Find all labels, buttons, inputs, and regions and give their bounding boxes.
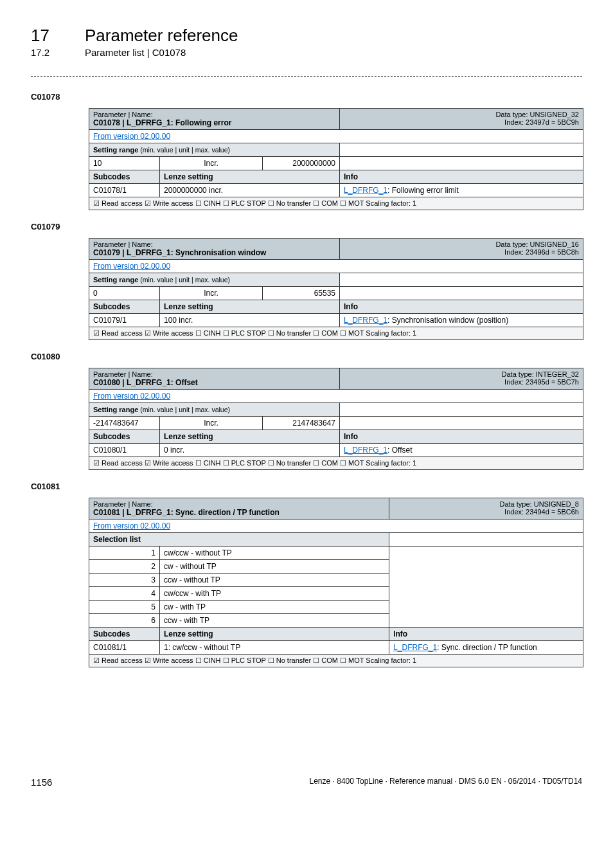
data-type: Data type: UNSIGNED_16 <box>495 240 579 248</box>
access-footer: ☑ Read access ☑ Write access ☐ CINH ☐ PL… <box>89 655 583 667</box>
param-name-value: C01081 | L_DFRFG_1: Sync. direction / TP… <box>93 508 280 517</box>
param-name-value: C01078 | L_DFRFG_1: Following error <box>93 118 231 127</box>
subcode-value: C01079/1 <box>89 314 160 327</box>
info-text: : Offset <box>387 446 412 455</box>
selection-text: cw - without TP <box>160 560 389 574</box>
index-value: Index: 23494d = 5BC6h <box>504 508 579 516</box>
param-name-value: C01080 | L_DFRFG_1: Offset <box>93 378 198 387</box>
info-text: : Sync. direction / TP function <box>437 643 537 652</box>
param-table-c01078: Parameter | Name: C01078 | L_DFRFG_1: Fo… <box>89 108 583 210</box>
data-type: Data type: UNSIGNED_32 <box>495 111 579 118</box>
info-link[interactable]: L_DFRFG_1 <box>344 446 387 455</box>
access-footer: ☑ Read access ☑ Write access ☐ CINH ☐ PL… <box>89 327 583 340</box>
info-link[interactable]: L_DFRFG_1 <box>344 316 387 325</box>
range-unit: Incr. <box>160 157 263 170</box>
index-value: Index: 23495d = 5BC7h <box>504 378 579 386</box>
range-max: 65535 <box>263 287 340 300</box>
section-title: Parameter list | C01078 <box>85 47 186 58</box>
selection-num: 2 <box>89 560 160 574</box>
page-number: 1156 <box>31 777 52 788</box>
selection-text: ccw - without TP <box>160 574 389 587</box>
subcodes-header: Subcodes <box>89 170 160 184</box>
param-table-c01081: Parameter | Name: C01081 | L_DFRFG_1: Sy… <box>89 498 583 667</box>
info-header: Info <box>340 430 583 444</box>
selection-text: cw - with TP <box>160 601 389 614</box>
param-heading: C01078 <box>31 92 582 102</box>
range-max: 2000000000 <box>263 157 340 170</box>
lenze-setting-header: Lenze setting <box>160 430 340 444</box>
selection-num: 5 <box>89 601 160 614</box>
param-heading: C01081 <box>31 482 582 491</box>
chapter-title: Parameter reference <box>85 26 238 46</box>
lenze-setting-header: Lenze setting <box>160 170 340 184</box>
from-version-link[interactable]: From version 02.00.00 <box>93 521 170 530</box>
subcode-value: C01081/1 <box>89 641 160 655</box>
index-value: Index: 23496d = 5BC8h <box>504 248 579 256</box>
range-min: 10 <box>89 157 160 170</box>
subcode-value: C01078/1 <box>89 184 160 197</box>
section-number: 17.2 <box>31 47 69 58</box>
param-heading: C01080 <box>31 352 582 361</box>
param-table-c01079: Parameter | Name: C01079 | L_DFRFG_1: Sy… <box>89 238 583 340</box>
range-max: 2147483647 <box>263 417 340 430</box>
selection-text: ccw - with TP <box>160 614 389 628</box>
separator <box>31 76 582 77</box>
info-header: Info <box>340 170 583 184</box>
setting-range-label: Setting range <box>93 406 140 413</box>
subcodes-header: Subcodes <box>89 628 160 641</box>
range-min: 0 <box>89 287 160 300</box>
document-id: Lenze · 8400 TopLine · Reference manual … <box>310 777 582 788</box>
from-version-link[interactable]: From version 02.00.00 <box>93 392 170 401</box>
chapter-number: 17 <box>31 26 69 46</box>
setting-range-label: Setting range <box>93 276 140 284</box>
lenze-setting-header: Lenze setting <box>160 300 340 314</box>
selection-num: 6 <box>89 614 160 628</box>
selection-num: 3 <box>89 574 160 587</box>
info-link[interactable]: L_DFRFG_1 <box>344 186 387 195</box>
info-text: : Synchronisation window (position) <box>387 316 508 325</box>
lenze-setting-value: 100 incr. <box>160 314 340 327</box>
param-table-c01080: Parameter | Name: C01080 | L_DFRFG_1: Of… <box>89 368 583 470</box>
subcodes-header: Subcodes <box>89 300 160 314</box>
param-name-label: Parameter | Name: <box>93 370 153 378</box>
range-unit: Incr. <box>160 287 263 300</box>
lenze-setting-header: Lenze setting <box>160 628 389 641</box>
data-type: Data type: UNSIGNED_8 <box>500 500 580 508</box>
lenze-setting-value: 2000000000 incr. <box>160 184 340 197</box>
subcodes-header: Subcodes <box>89 430 160 444</box>
data-type: Data type: INTEGER_32 <box>502 370 579 378</box>
info-link[interactable]: L_DFRFG_1 <box>393 643 437 652</box>
selection-text: cw/ccw - without TP <box>160 547 389 560</box>
lenze-setting-value: 1: cw/ccw - without TP <box>160 641 389 655</box>
selection-list-label: Selection list <box>89 533 389 547</box>
param-heading: C01079 <box>31 222 582 231</box>
range-unit: Incr. <box>160 417 263 430</box>
info-header: Info <box>340 300 583 314</box>
setting-range-label: Setting range <box>93 146 140 154</box>
lenze-setting-value: 0 incr. <box>160 444 340 457</box>
param-name-label: Parameter | Name: <box>93 240 153 248</box>
selection-num: 1 <box>89 547 160 560</box>
param-name-label: Parameter | Name: <box>93 500 153 508</box>
selection-num: 4 <box>89 587 160 601</box>
info-header: Info <box>389 628 583 641</box>
param-name-value: C01079 | L_DFRFG_1: Synchronisation wind… <box>93 248 266 257</box>
index-value: Index: 23497d = 5BC9h <box>504 118 579 126</box>
access-footer: ☑ Read access ☑ Write access ☐ CINH ☐ PL… <box>89 457 583 470</box>
from-version-link[interactable]: From version 02.00.00 <box>93 262 170 271</box>
subcode-value: C01080/1 <box>89 444 160 457</box>
param-name-label: Parameter | Name: <box>93 111 153 118</box>
from-version-link[interactable]: From version 02.00.00 <box>93 132 170 141</box>
range-min: -2147483647 <box>89 417 160 430</box>
info-text: : Following error limit <box>387 186 459 195</box>
access-footer: ☑ Read access ☑ Write access ☐ CINH ☐ PL… <box>89 197 583 210</box>
selection-text: cw/ccw - with TP <box>160 587 389 601</box>
